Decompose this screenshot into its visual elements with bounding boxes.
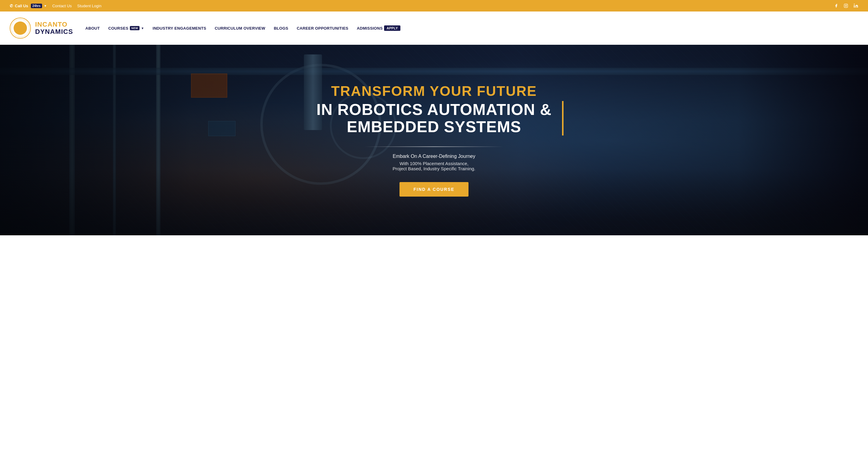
call-label: Call Us	[15, 4, 28, 8]
nav-industry[interactable]: INDUSTRY ENGAGEMENTS	[153, 26, 206, 31]
logo-circle-inner	[13, 22, 27, 35]
top-bar-left: ✆ Call Us 24hrs ▼ Contact Us Student Log…	[10, 4, 101, 8]
badge-24hrs: 24hrs	[31, 4, 42, 8]
hero-title-main: IN ROBOTICS AUTOMATION & EMBEDDED SYSTEM…	[310, 101, 558, 135]
courses-chevron: ▼	[141, 27, 144, 30]
dropdown-icon[interactable]: ▼	[44, 4, 47, 7]
top-bar-right	[834, 3, 858, 8]
phone-icon: ✆	[10, 4, 13, 8]
nav-career[interactable]: CAREER OPPORTUNITIES	[297, 26, 348, 31]
apply-badge[interactable]: APPLY	[384, 25, 400, 31]
nav-blogs[interactable]: BLOGS	[274, 26, 288, 31]
svg-point-2	[847, 4, 847, 5]
logo[interactable]: INCANTO DYNAMICS	[10, 18, 76, 39]
logo-brand-main: INCANTO	[35, 21, 73, 28]
hero-section: TRANSFORM YOUR FUTURE IN ROBOTICS AUTOMA…	[0, 45, 868, 235]
svg-point-1	[845, 5, 847, 7]
navbar: INCANTO DYNAMICS ABOUT COURSES NEW ▼ IND…	[0, 11, 868, 45]
student-login-link[interactable]: Student Login	[77, 4, 101, 8]
find-course-button[interactable]: FIND A COURSE	[400, 182, 468, 197]
instagram-icon[interactable]	[844, 4, 848, 8]
nav-admissions[interactable]: ADMISSIONS APPLY	[357, 25, 400, 31]
logo-brand-sub: DYNAMICS	[35, 28, 73, 35]
nav-curriculum[interactable]: CURRICULUM OVERVIEW	[215, 26, 265, 31]
linkedin-icon[interactable]	[854, 3, 858, 8]
nav-about[interactable]: ABOUT	[85, 26, 100, 31]
svg-point-3	[854, 4, 855, 4]
contact-us-link[interactable]: Contact Us	[52, 4, 72, 8]
hero-title-accent: TRANSFORM YOUR FUTURE	[310, 83, 558, 99]
hero-divider	[364, 146, 504, 147]
nav-links: ABOUT COURSES NEW ▼ INDUSTRY ENGAGEMENTS…	[85, 25, 858, 31]
logo-text: INCANTO DYNAMICS	[35, 21, 73, 35]
hero-content: TRANSFORM YOUR FUTURE IN ROBOTICS AUTOMA…	[304, 83, 564, 197]
svg-rect-0	[844, 4, 848, 7]
call-us: ✆ Call Us 24hrs ▼	[10, 4, 47, 8]
courses-new-badge: NEW	[130, 26, 140, 30]
nav-courses[interactable]: COURSES NEW ▼	[108, 26, 144, 31]
logo-circle	[10, 18, 31, 39]
hero-subtitle: Embark On A Career-Defining Journey	[310, 154, 558, 159]
top-bar: ✆ Call Us 24hrs ▼ Contact Us Student Log…	[0, 0, 868, 11]
facebook-icon[interactable]	[834, 4, 838, 8]
hero-desc: With 100% Placement Assistance, Project …	[310, 161, 558, 171]
